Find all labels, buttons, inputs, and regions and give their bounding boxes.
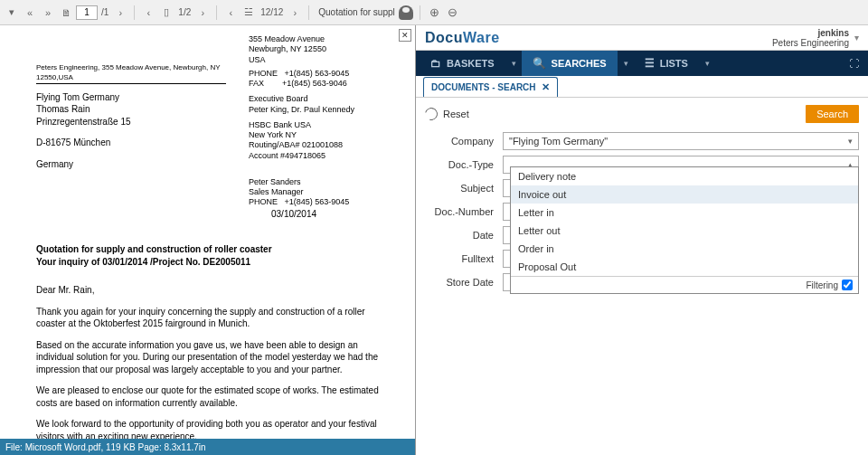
prev-zoom-icon[interactable]: ‹ <box>140 5 156 21</box>
label-doctype: Doc.-Type <box>425 159 503 170</box>
fullscreen-icon[interactable]: ⛶ <box>840 58 868 69</box>
reset-button[interactable]: Reset <box>425 108 469 120</box>
user-org: Peters Engineering <box>772 38 849 48</box>
next-page-icon[interactable]: › <box>112 5 128 21</box>
next-layer-icon[interactable]: › <box>287 5 303 21</box>
search-icon: 🔍 <box>533 57 546 70</box>
document-viewer-pane: ✕ 355 Meadow Avenue Newburgh, NY 12550 U… <box>0 25 416 455</box>
reset-icon <box>422 105 439 122</box>
dropdown-filtering[interactable]: Filtering <box>511 276 858 293</box>
prev-layer-icon[interactable]: ‹ <box>222 5 239 21</box>
label-docnumber: Doc.-Number <box>425 206 503 217</box>
user-name: jenkins <box>772 28 849 38</box>
label-company: Company <box>425 136 503 147</box>
list-icon: ☰ <box>645 57 655 70</box>
chevron-down-icon[interactable]: ▾ <box>618 59 634 68</box>
prev-doc-icon[interactable]: « <box>22 5 38 21</box>
doc-sender-line: Peters Engineering, 355 Meadow Avenue, N… <box>36 63 226 84</box>
dropdown-option[interactable]: Proposal Out <box>511 258 858 276</box>
input-company[interactable]: "Flying Tom Germany" ▾ <box>503 132 859 150</box>
filtering-checkbox[interactable] <box>842 280 853 290</box>
page-number-input[interactable] <box>76 5 98 20</box>
brand-bar: DocuWare jenkins Peters Engineering ▾ <box>416 25 868 51</box>
doc-title-preview: Quotation for suppl <box>315 7 396 17</box>
dropdown-option[interactable]: Delivery note <box>511 167 858 185</box>
brand-logo: DocuWare <box>425 30 500 46</box>
zoom-in-icon[interactable]: ⊕ <box>426 5 442 21</box>
doctype-dropdown: Delivery note Invoice out Letter in Lett… <box>510 166 859 294</box>
viewer-status-bar: File: Microsoft Word.pdf, 119 KB Page: 8… <box>0 439 415 455</box>
chevron-down-icon[interactable]: ▾ <box>700 59 715 68</box>
tab-documents-search[interactable]: DOCUMENTS - SEARCH ✕ <box>423 77 558 97</box>
close-viewer-button[interactable]: ✕ <box>399 29 411 42</box>
dropdown-option[interactable]: Letter in <box>511 204 858 222</box>
next-doc-icon[interactable]: » <box>40 5 56 21</box>
chevron-down-icon: ▾ <box>854 33 859 43</box>
user-menu[interactable]: jenkins Peters Engineering ▾ <box>772 28 859 48</box>
layers-icon: ☱ <box>241 5 257 21</box>
tab-row: DOCUMENTS - SEARCH ✕ <box>416 76 868 98</box>
next-zoom-icon[interactable]: › <box>194 5 211 21</box>
chevron-down-icon[interactable]: ▾ <box>506 59 522 68</box>
layer-count: 12/12 <box>259 7 285 17</box>
dropdown-option[interactable]: Invoice out <box>511 185 858 204</box>
label-date: Date <box>425 230 503 241</box>
doc-subject: Quotation for supply and construction of… <box>36 243 393 268</box>
search-panel: Reset Search Company "Flying Tom Germany… <box>416 98 868 300</box>
page-total: /1 <box>99 7 110 17</box>
label-storedate: Store Date <box>425 277 503 288</box>
right-pane: DocuWare jenkins Peters Engineering ▾ 🗀 … <box>416 25 868 455</box>
chevron-down-icon: ▾ <box>848 137 853 146</box>
doc-date: 03/10/2014 <box>271 208 393 221</box>
nav-searches[interactable]: 🔍 SEARCHES <box>522 51 618 76</box>
nav-lists[interactable]: ☰ LISTS <box>634 51 700 76</box>
search-button[interactable]: Search <box>806 105 859 123</box>
dropdown-option[interactable]: Order in <box>511 240 858 258</box>
basket-icon: 🗀 <box>430 57 441 70</box>
close-tab-icon[interactable]: ✕ <box>542 81 550 93</box>
nav-baskets[interactable]: 🗀 BASKETS <box>420 51 506 76</box>
page-icon: 🗎 <box>58 5 74 21</box>
label-subject: Subject <box>425 183 503 194</box>
zoom-out-icon[interactable]: ⊖ <box>444 5 460 21</box>
label-fulltext: Fulltext <box>425 253 503 264</box>
layout-icon: ▯ <box>158 5 175 21</box>
zoom-mode: 1/2 <box>176 7 193 17</box>
nav-bar: 🗀 BASKETS ▾ 🔍 SEARCHES ▾ ☰ LISTS ▾ ⛶ <box>416 51 868 76</box>
user-stamp-icon[interactable] <box>398 5 414 21</box>
dropdown-option[interactable]: Letter out <box>511 222 858 240</box>
viewer-toolbar: ▾ « » 🗎 /1 › ‹ ▯ 1/2 › ‹ ☱ 12/12 › Quota… <box>0 0 868 25</box>
doc-body: Dear Mr. Rain, Thank you again for your … <box>36 284 393 439</box>
doc-letterhead-right: 355 Meadow Avenue Newburgh, NY 12550 USA… <box>249 34 393 208</box>
dropdown-icon[interactable]: ▾ <box>4 5 20 21</box>
document-content: 355 Meadow Avenue Newburgh, NY 12550 USA… <box>0 25 415 439</box>
